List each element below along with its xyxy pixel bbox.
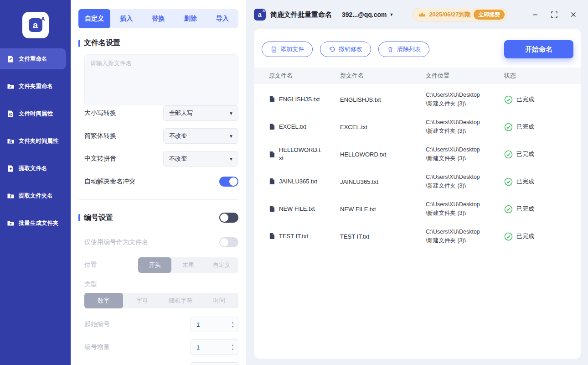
renew-button[interactable]: 立即续费 [474, 10, 505, 20]
table-row[interactable]: TEST IT.txt TEST IT.txt C:\Users\XU\Desk… [254, 223, 581, 250]
only-number-label: 仅使用编号作为文件名 [84, 238, 148, 246]
extract-filename-icon [7, 165, 15, 172]
table-row[interactable]: ENGLISHJS.txt ENGLISHJS.txt C:\Users\XU\… [254, 86, 581, 113]
table-row[interactable]: NEW FILE.txt NEW FILE.txt C:\Users\XU\De… [254, 195, 581, 223]
type-letter-button[interactable]: 字母 [123, 293, 162, 308]
file-location: C:\Users\XU\Desktop \新建文件夹 (3)\ [426, 200, 504, 218]
status-cell: 已完成 [504, 95, 581, 104]
start-rename-button[interactable]: 开始命名 [504, 40, 573, 58]
new-filename: ENGLISHJS.txt [340, 96, 426, 103]
position-custom-button[interactable]: 自定义 [205, 257, 238, 273]
file-location: C:\Users\XU\Desktop \新建文件夹 (3)\ [426, 173, 504, 190]
file-location: C:\Users\XU\Desktop \新建文件夹 (3)\ [426, 228, 504, 245]
undo-button[interactable]: 撤销修改 [320, 42, 371, 57]
check-circle-icon [504, 232, 513, 241]
sidebar-item-label: 文件夹时间属性 [19, 137, 59, 145]
conflict-toggle[interactable] [219, 177, 238, 187]
start-number-input[interactable] [192, 321, 219, 328]
original-filename: EXCEL.txt [279, 123, 306, 131]
folder-time-icon [7, 137, 15, 145]
sidebar-item-file-rename[interactable]: 文件重命名 [0, 48, 66, 69]
sidebar-item-folder-rename[interactable]: 文件夹重命名 [0, 76, 71, 97]
position-end-button[interactable]: 末尾 [171, 257, 205, 273]
location-line1: C:\Users\XU\Desktop [426, 200, 504, 209]
chevron-down-icon: ▼ [229, 111, 233, 116]
mode-tabs: 自定义 插入 替换 删除 导入 [78, 9, 238, 28]
status-cell: 已完成 [504, 123, 581, 131]
file-rename-icon [7, 55, 15, 63]
table-row[interactable]: JAINLU365.txt JAINLU365.txt C:\Users\XU\… [254, 168, 581, 195]
sidebar-nav: 文件重命名 文件夹重命名 文件时间属性 文件夹时间属性 提取文件名 提取文件夹名 [0, 48, 71, 234]
batch-create-folder-icon [7, 219, 15, 227]
only-number-row: 仅使用编号作为文件名 [84, 235, 238, 250]
location-line2: \新建文件夹 (3)\ [426, 154, 504, 163]
numbering-title: 编号设置 [78, 213, 113, 223]
trash-icon [387, 46, 394, 53]
sidebar-item-extract-foldername[interactable]: 提取文件夹名 [0, 185, 71, 206]
undo-label: 撤销修改 [339, 45, 362, 53]
clear-list-button[interactable]: 清除列表 [378, 42, 429, 57]
sidebar-item-file-time[interactable]: 文件时间属性 [0, 103, 71, 124]
location-line2: \新建文件夹 (3)\ [426, 209, 504, 218]
tab-import[interactable]: 导入 [206, 9, 238, 28]
numbering-toggle[interactable] [219, 213, 238, 223]
sidebar-item-folder-time[interactable]: 文件夹时间属性 [0, 130, 71, 151]
file-icon [269, 151, 275, 158]
sidebar-item-extract-filename[interactable]: 提取文件名 [0, 158, 71, 179]
check-circle-icon [504, 150, 513, 159]
location-line2: \新建文件夹 (3)\ [426, 99, 504, 108]
type-random-button[interactable]: 随机字符 [161, 293, 200, 308]
conflict-label: 自动解决命名冲突 [84, 177, 135, 186]
add-files-button[interactable]: 添加文件 [262, 42, 313, 57]
stepper-arrows-icon[interactable]: ▲▼ [231, 344, 234, 351]
increment-label: 编号增量 [84, 343, 110, 351]
simplified-traditional-label: 简繁体转换 [84, 132, 116, 140]
maximize-button[interactable] [550, 10, 559, 19]
only-number-toggle[interactable] [219, 237, 238, 247]
position-start-button[interactable]: 开头 [138, 257, 171, 273]
account-menu[interactable]: 392...@qq.com ▼ [342, 11, 393, 18]
new-filename: TEST IT.txt [340, 233, 426, 240]
window-controls [531, 10, 578, 19]
new-filename-input[interactable] [84, 54, 238, 105]
license-banner: 2025/06/27到期 立即续费 [413, 8, 507, 21]
sidebar-item-label: 文件重命名 [19, 55, 47, 63]
app-icon: aA [254, 9, 266, 21]
expiry-date: 2025/06/27到期 [429, 10, 470, 19]
original-filename: NEW FILE.txt [279, 205, 315, 213]
app-logo: a A [22, 12, 49, 38]
case-conversion-select[interactable]: 全部大写 ▼ [163, 105, 238, 121]
tab-custom[interactable]: 自定义 [78, 9, 110, 28]
status-cell: 已完成 [504, 232, 581, 241]
table-row[interactable]: EXCEL.txt EXCEL.txt C:\Users\XU\Desktop … [254, 113, 581, 141]
location-line2: \新建文件夹 (3)\ [426, 236, 504, 245]
type-number-button[interactable]: 数字 [84, 293, 123, 308]
type-time-button[interactable]: 时间 [200, 293, 239, 308]
position-segmented: 开头 末尾 自定义 [138, 257, 238, 273]
increment-input[interactable] [192, 344, 219, 351]
new-filename: NEW FILE.txt [340, 206, 426, 213]
start-number-label: 起始编号 [84, 320, 110, 328]
tab-insert[interactable]: 插入 [110, 9, 142, 28]
sidebar-item-batch-create-folder[interactable]: 批量生成文件夹 [0, 213, 71, 234]
close-button[interactable] [569, 10, 578, 19]
file-location: C:\Users\XU\Desktop \新建文件夹 (3)\ [426, 146, 504, 163]
pinyin-row: 中文转拼音 不改变 ▼ [84, 151, 238, 167]
pinyin-select[interactable]: 不改变 ▼ [163, 151, 238, 167]
table-row[interactable]: HELLOWORD.txt HELLOWORD.txt C:\Users\XU\… [254, 141, 581, 168]
case-conversion-row: 大小写转换 全部大写 ▼ [84, 105, 238, 121]
status-cell: 已完成 [504, 205, 581, 214]
account-email: 392...@qq.com [342, 11, 387, 18]
tab-replace[interactable]: 替换 [142, 9, 174, 28]
tab-delete[interactable]: 删除 [175, 9, 206, 28]
minimize-button[interactable] [531, 10, 540, 19]
file-icon [269, 205, 275, 212]
folder-rename-icon [7, 83, 15, 90]
simplified-traditional-row: 简繁体转换 不改变 ▼ [84, 128, 238, 144]
clipped-stepper[interactable]: ▲▼ [191, 362, 238, 365]
settings-panel: 自定义 插入 替换 删除 导入 文件名设置 大小写转换 全部大写 ▼ 简繁体转换… [71, 0, 246, 365]
type-label: 类型 [84, 280, 238, 288]
stepper-arrows-icon[interactable]: ▲▼ [231, 321, 234, 328]
chevron-down-icon: ▼ [229, 134, 233, 139]
simplified-traditional-select[interactable]: 不改变 ▼ [163, 128, 238, 144]
